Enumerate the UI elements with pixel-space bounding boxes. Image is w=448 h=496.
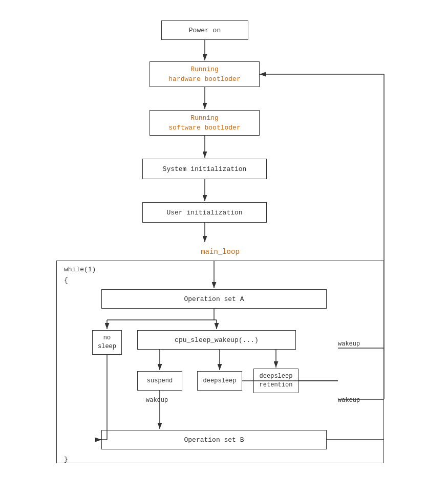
suspend-box: suspend	[137, 371, 182, 391]
cpu-sleep-box: cpu_sleep_wakeup(...)	[137, 330, 296, 350]
while-label: while(1){	[64, 265, 96, 286]
wakeup-label-3: wakeup	[146, 397, 168, 404]
close-brace: }	[64, 456, 68, 463]
power-on-box: Power on	[161, 20, 248, 40]
main-loop-header: main_loop	[56, 243, 384, 261]
sys-init-box: System initialization	[142, 159, 267, 179]
user-init-box: User initialization	[142, 202, 267, 223]
no-sleep-box: no sleep	[92, 330, 122, 355]
op-set-a-box: Operation set A	[101, 289, 327, 309]
flowchart-diagram: Power on Running hardware bootloder Runn…	[10, 10, 438, 486]
deepsleep-box: deepsleep	[197, 371, 242, 391]
wakeup-label-1: wakeup	[338, 340, 360, 348]
hw-bootloader-box: Running hardware bootloder	[150, 61, 260, 87]
wakeup-label-2: wakeup	[338, 397, 360, 404]
deepsleep-retention-box: deepsleep retention	[253, 369, 298, 393]
sw-bootloader-box: Running software bootloder	[150, 110, 260, 136]
op-set-b-box: Operation set B	[101, 430, 327, 449]
